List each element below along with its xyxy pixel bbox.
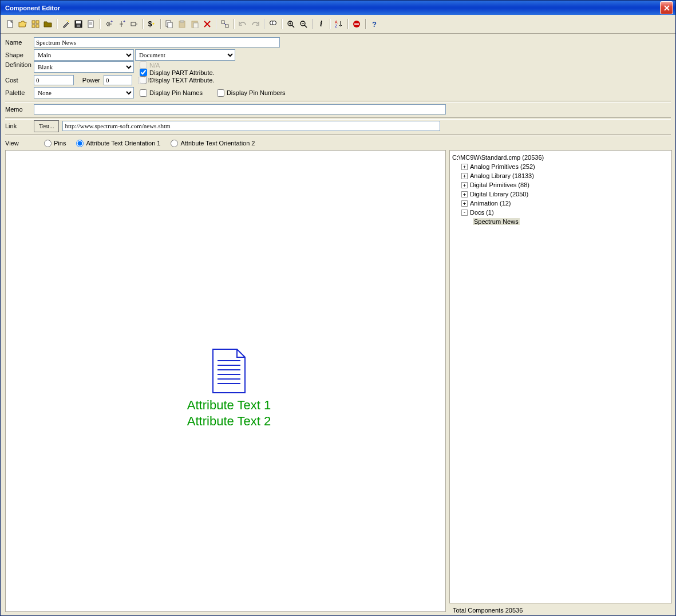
shape2-select[interactable]: Document [135, 49, 235, 61]
expand-icon[interactable]: + [461, 200, 468, 207]
svg-rect-4 [36, 25, 39, 27]
merge-icon[interactable] [219, 18, 231, 30]
svg-line-32 [292, 25, 294, 27]
shape-select[interactable]: Main [34, 49, 134, 61]
tree-node[interactable]: -Docs (1) [461, 208, 669, 217]
collapse-icon[interactable]: - [461, 210, 468, 216]
svg-point-5 [68, 21, 69, 22]
tree-node[interactable]: +Analog Library (18133) [461, 171, 669, 180]
name-field[interactable] [34, 37, 280, 48]
wizard-icon[interactable] [60, 18, 72, 30]
page-icon[interactable] [85, 18, 97, 30]
open-icon[interactable] [17, 18, 29, 30]
property-form: Name Shape Main Document Definition Blan… [1, 34, 675, 150]
svg-rect-26 [222, 21, 224, 23]
svg-point-29 [272, 21, 276, 25]
link-field[interactable] [62, 121, 440, 131]
memo-label: Memo [5, 106, 34, 113]
svg-point-6 [66, 20, 68, 21]
definition-label: Definition [5, 61, 34, 68]
cost-label: Cost [5, 77, 34, 84]
attr1-radio[interactable] [76, 140, 84, 147]
zoom-out-icon[interactable] [298, 18, 309, 30]
tree-leaf[interactable]: Spectrum News [473, 217, 669, 226]
add-part2-icon[interactable]: + [116, 18, 127, 30]
close-button[interactable] [660, 1, 673, 14]
svg-text:+: + [123, 20, 125, 23]
test-button[interactable]: Test... [34, 120, 59, 132]
tree-node[interactable]: +Analog Primitives (252) [461, 162, 669, 171]
na2-checkbox [138, 77, 145, 84]
redo-icon[interactable] [250, 18, 261, 30]
power-field[interactable] [104, 75, 132, 85]
tree-node[interactable]: +Animation (12) [461, 199, 669, 208]
stop-icon[interactable] [351, 18, 362, 30]
svg-rect-41 [354, 23, 359, 25]
svg-rect-1 [32, 21, 35, 23]
tree-node[interactable]: +Digital Library (2050) [461, 189, 669, 199]
pin-names-checkbox[interactable] [140, 89, 147, 97]
tree-root[interactable]: C:\MC9W\Standard.cmp (20536) [452, 153, 669, 162]
definition-select[interactable]: Blank [34, 61, 134, 73]
na1-checkbox [140, 61, 147, 69]
add-part3-icon[interactable] [128, 18, 140, 30]
titlebar: Component Editor [1, 1, 675, 15]
zoom-in-icon[interactable] [285, 18, 297, 30]
svg-rect-21 [168, 22, 172, 28]
memo-field[interactable] [34, 104, 446, 114]
svg-rect-18 [131, 22, 136, 26]
window-title: Component Editor [3, 5, 660, 11]
svg-rect-8 [76, 21, 81, 23]
folder-icon[interactable] [42, 18, 54, 30]
svg-text:+: + [110, 20, 113, 23]
svg-text:Z: Z [335, 24, 338, 28]
pin-numbers-checkbox[interactable] [217, 89, 224, 97]
expand-icon[interactable]: + [461, 164, 468, 170]
cost-field[interactable] [34, 75, 74, 85]
attr2-radio[interactable] [171, 140, 178, 147]
svg-rect-23 [180, 21, 184, 22]
save-icon[interactable] [73, 18, 84, 30]
add-part-icon[interactable]: + [103, 18, 114, 30]
svg-line-36 [305, 25, 307, 27]
undo-icon[interactable] [237, 18, 248, 30]
delete-icon[interactable] [201, 18, 213, 30]
pins-radio[interactable] [44, 140, 52, 147]
svg-rect-10 [88, 21, 93, 27]
link-label: Link [5, 123, 34, 129]
sort-icon[interactable]: AZ [333, 18, 345, 30]
status-bar: Total Components 20536 [449, 605, 675, 615]
svg-text:A: A [335, 20, 338, 24]
power-label: Power [74, 77, 104, 84]
close-icon [664, 5, 670, 11]
svg-rect-3 [32, 25, 35, 27]
expand-icon[interactable]: + [461, 191, 468, 198]
help-icon[interactable]: ? [369, 18, 380, 30]
view-label: View [5, 140, 34, 147]
component-tree[interactable]: C:\MC9W\Standard.cmp (20536) +Analog Pri… [449, 150, 672, 603]
shape-label: Shape [5, 52, 34, 58]
copy-icon[interactable] [164, 18, 175, 30]
new-icon[interactable] [5, 18, 16, 30]
expand-icon[interactable]: + [461, 173, 468, 179]
grid-icon[interactable] [30, 18, 41, 30]
svg-rect-9 [77, 25, 80, 27]
expand-icon[interactable]: + [461, 182, 468, 188]
document-icon [212, 348, 247, 394]
svg-rect-27 [226, 25, 228, 27]
attribute-text-2: Attribute Text 2 [157, 414, 301, 429]
cost-icon[interactable]: $✦ [146, 18, 157, 30]
preview-canvas[interactable]: Attribute Text 1 Attribute Text 2 [5, 150, 446, 612]
find-icon[interactable] [267, 18, 279, 30]
info-icon[interactable]: i [315, 18, 327, 30]
palette-label: Palette [5, 89, 34, 96]
svg-rect-2 [36, 21, 39, 23]
name-label: Name [5, 39, 34, 46]
display-part-checkbox[interactable] [140, 69, 147, 76]
paste2-icon[interactable] [189, 18, 200, 30]
toolbar: + + $✦ i AZ ? [1, 15, 675, 34]
tree-node[interactable]: +Digital Primitives (88) [461, 180, 669, 189]
svg-rect-25 [193, 23, 198, 28]
paste-icon[interactable] [176, 18, 188, 30]
palette-select[interactable]: None [34, 87, 134, 98]
